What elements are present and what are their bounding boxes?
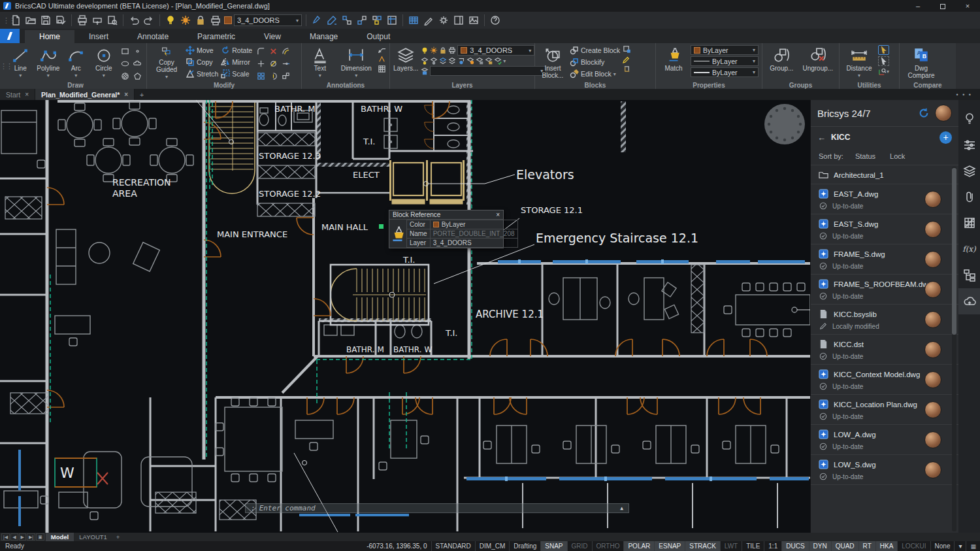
settings-gear-icon[interactable]	[437, 14, 450, 27]
ribbon-tab-insert[interactable]: Insert	[74, 30, 123, 43]
array-icon[interactable]	[255, 70, 267, 82]
file-row[interactable]: LOW_A.dwgUp-to-date	[811, 425, 958, 455]
layer-isolate-icon[interactable]	[421, 57, 429, 65]
layer-merge-icon[interactable]	[439, 57, 447, 65]
help-icon[interactable]	[489, 14, 502, 27]
ribbon-layer-dropdown[interactable]: 3_4_DOORS ▾	[457, 45, 534, 56]
file-row[interactable]: EAST_S.dwgUp-to-date	[811, 214, 958, 244]
close-icon[interactable]: ×	[496, 211, 500, 218]
layer-bulb-icon[interactable]	[421, 46, 429, 54]
undo-icon[interactable]	[127, 14, 140, 27]
block-tool-b-icon[interactable]	[355, 14, 368, 27]
file-row[interactable]: KICC_Context Model.dwgUp-to-date	[811, 365, 958, 395]
folder-row[interactable]: Architectural_1	[811, 165, 958, 184]
delete-icon[interactable]	[267, 45, 279, 57]
publish-icon[interactable]	[91, 14, 104, 27]
match-button[interactable]: Match	[659, 45, 688, 80]
status-toggle-strack[interactable]: STRACK	[685, 541, 720, 551]
scale-button[interactable]: Scale	[221, 69, 252, 79]
line-button[interactable]: Line▾	[8, 45, 33, 80]
status-toggle-ducs[interactable]: DUCS	[781, 541, 808, 551]
toolbar-drag-handle[interactable]: ⋮⋮	[3, 17, 7, 24]
copy-button[interactable]: Copy	[186, 57, 218, 67]
tab-layout1[interactable]: LAYOUT1	[74, 533, 112, 541]
restore-button[interactable]	[930, 0, 955, 12]
edit-entity-icon[interactable]	[325, 14, 338, 27]
ribbon-tab-output[interactable]: Output	[352, 30, 404, 43]
cloud-upload-icon[interactable]	[958, 288, 980, 314]
status-toggle-lockui[interactable]: LOCKUI	[897, 541, 930, 551]
blockify-button[interactable]: Blockify	[570, 57, 620, 67]
lengthen-icon[interactable]	[280, 58, 291, 69]
insert-block-button[interactable]: Insert Block...	[538, 45, 567, 80]
layer-lock-dark-icon[interactable]	[476, 57, 483, 65]
settings-sliders-icon[interactable]	[958, 131, 980, 158]
save-icon[interactable]	[39, 14, 52, 27]
drawing-canvas[interactable]: BATHR. MBATHR. WT.I.STORAGE 12.3STORAGE …	[0, 100, 810, 533]
add-file-button[interactable]: +	[939, 131, 952, 144]
file-row[interactable]: EAST_A.dwgUp-to-date	[811, 184, 958, 214]
status-toggle-tile[interactable]: TILE	[742, 541, 764, 551]
text-style-icon[interactable]	[378, 55, 386, 63]
arc-button[interactable]: Arc▾	[63, 45, 89, 80]
new-doc-tab-button[interactable]: +	[135, 89, 149, 100]
command-input[interactable]: Enter command	[259, 504, 316, 512]
block-tool-c-icon[interactable]	[370, 14, 384, 27]
annotate-pen-icon[interactable]	[422, 14, 435, 27]
layer-state-dropdown[interactable]: ▾	[430, 66, 546, 76]
leader-icon[interactable]	[378, 45, 386, 54]
redo-icon[interactable]	[142, 14, 155, 27]
layer-check-icon[interactable]	[494, 57, 502, 65]
close-icon[interactable]: ×	[25, 91, 29, 98]
tab-model[interactable]: Model	[46, 533, 74, 541]
rectangle-icon[interactable]	[119, 45, 131, 57]
add-layout-button[interactable]: +	[112, 533, 124, 541]
status-toggle-snap[interactable]: SNAP	[540, 541, 566, 551]
layer-lock2-icon[interactable]	[439, 46, 447, 54]
text-button[interactable]: Text▾	[305, 45, 335, 80]
mirror-button[interactable]: Mirror	[221, 57, 252, 67]
status-toggle-quad[interactable]: QUAD	[831, 541, 858, 551]
select-cursor-icon[interactable]	[878, 56, 889, 66]
print-preview-icon[interactable]	[106, 14, 119, 27]
lineweight-select[interactable]: ByLayer▾	[691, 67, 759, 77]
back-icon[interactable]: ←	[817, 133, 826, 142]
user-avatar[interactable]	[935, 105, 952, 122]
move-button[interactable]: Move	[186, 45, 218, 56]
ribbon-tab-view[interactable]: View	[250, 30, 295, 43]
sort-option-status[interactable]: Status	[855, 152, 875, 160]
layer-print-icon[interactable]	[209, 14, 222, 27]
status-toggle-lwt[interactable]: LWT	[720, 541, 742, 551]
clean-screen-icon[interactable]: ▦	[966, 541, 980, 551]
stretch-button[interactable]: Stretch	[186, 69, 218, 79]
distance-button[interactable]: Distance▾	[843, 45, 875, 80]
ribbon-tab-parametric[interactable]: Parametric	[183, 30, 250, 43]
blend-icon[interactable]	[267, 58, 279, 69]
current-color-swatch[interactable]	[224, 16, 232, 24]
dimension-button[interactable]: Dimension▾	[338, 45, 375, 80]
paperclip-icon[interactable]	[958, 184, 980, 210]
status-toggle-rt[interactable]: RT	[858, 541, 875, 551]
offset-icon[interactable]	[280, 45, 291, 57]
layer-unlock-icon[interactable]	[485, 57, 493, 65]
point-icon[interactable]	[131, 45, 143, 57]
block-tool-a-icon[interactable]	[340, 14, 353, 27]
layer-lock-icon[interactable]	[194, 14, 207, 27]
doc-tab-plan-modified-general[interactable]: Plan_Modified_General* ×	[35, 89, 135, 100]
linetype-select[interactable]: ByLayer▾	[691, 56, 759, 66]
status-toggle-hka[interactable]: HKA	[875, 541, 898, 551]
lightbulb-icon[interactable]	[958, 105, 980, 131]
status-toggle-drafting[interactable]: Drafting	[509, 541, 540, 551]
table-icon[interactable]	[407, 14, 420, 27]
next-layout-icon[interactable]: ▶	[19, 533, 26, 541]
layer-sun-icon[interactable]	[430, 46, 438, 54]
fields-fx-icon[interactable]: f(x)	[958, 236, 980, 262]
polyline-button[interactable]: Polyline▾	[36, 45, 61, 80]
file-row[interactable]: KICC_Location Plan.dwgUp-to-date	[811, 395, 958, 425]
status-toggle-grid[interactable]: GRID	[567, 541, 592, 551]
layer-orange-icon[interactable]	[466, 57, 474, 65]
file-row[interactable]: LOW_S.dwgUp-to-date	[811, 455, 958, 485]
layer-dropdown[interactable]: 3_4_DOORS ▾	[234, 14, 302, 26]
table-style-icon[interactable]	[378, 65, 386, 73]
status-toggle-ortho[interactable]: ORTHO	[592, 541, 624, 551]
